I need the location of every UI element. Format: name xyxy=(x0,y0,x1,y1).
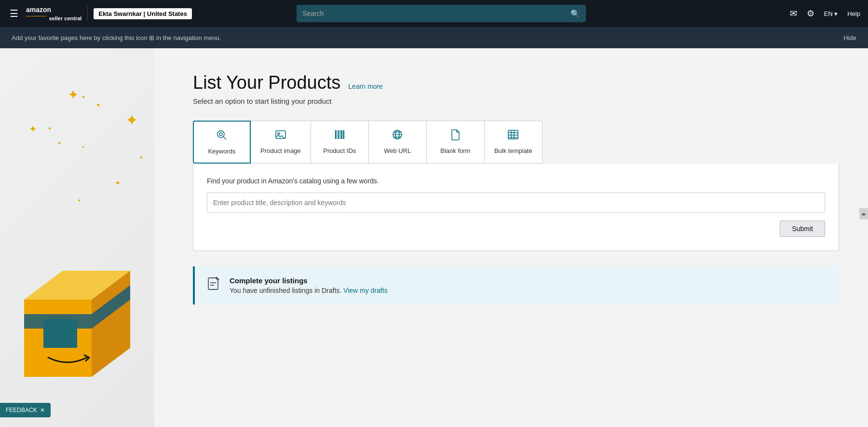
complete-listings-title: Complete your listings xyxy=(230,276,388,285)
tab-bulk-template[interactable]: Bulk template xyxy=(485,121,542,164)
product-ids-label: Product IDs xyxy=(323,147,356,154)
sparkle-icon-3: ● xyxy=(48,125,51,131)
complete-listings-banner: Complete your listings You have unfinish… xyxy=(193,266,839,304)
tab-blank-form[interactable]: Blank form xyxy=(427,121,485,164)
product-ids-icon xyxy=(334,129,345,143)
submit-button[interactable]: Submit xyxy=(780,220,825,237)
svg-rect-9 xyxy=(276,131,285,138)
blank-form-icon xyxy=(449,129,461,143)
draft-edit-icon xyxy=(206,276,222,295)
amazon-box-illustration xyxy=(14,242,140,398)
sparkle-icon-4: ✦ xyxy=(125,111,138,129)
main-content: ✦ ● ● ✦ ● ✦ ● ● ✦ ● ● xyxy=(0,48,868,427)
sparkle-icon-7: ● xyxy=(140,154,143,160)
search-wrapper: 🔍 xyxy=(297,5,586,22)
page-title-row: List Your Products Learn more xyxy=(193,72,839,93)
nav-right-actions: ✉ ⚙ EN ▾ Help xyxy=(790,8,860,19)
tab-product-image[interactable]: Product image xyxy=(251,121,311,164)
web-url-icon xyxy=(392,129,403,143)
help-link[interactable]: Help xyxy=(847,10,860,17)
hamburger-menu[interactable]: ☰ xyxy=(8,6,20,21)
bulk-template-icon xyxy=(507,129,519,143)
keywords-label: Keywords xyxy=(208,148,235,155)
complete-listings-text: Complete your listings You have unfinish… xyxy=(230,276,388,294)
web-url-label: Web URL xyxy=(384,147,411,154)
page-title: List Your Products xyxy=(193,72,340,93)
sparkle-icon-11: ● xyxy=(58,140,61,145)
search-input[interactable] xyxy=(297,5,565,22)
sparkle-icon-6: ✦ xyxy=(29,123,37,135)
keywords-icon xyxy=(216,129,228,144)
top-navigation: ☰ amazon ‾‾‾‾‾‾‾‾‾‾ seller central Ekta … xyxy=(0,0,868,27)
sparkle-icon-8: ● xyxy=(116,179,120,186)
tab-keywords[interactable]: Keywords xyxy=(193,121,251,164)
sparkle-icon-10: ● xyxy=(82,94,85,99)
view-drafts-link[interactable]: View my drafts xyxy=(343,287,388,294)
hide-banner-button[interactable]: Hide xyxy=(843,34,856,41)
svg-rect-29 xyxy=(208,278,218,289)
sparkle-icon-2: ● xyxy=(96,101,100,108)
svg-point-6 xyxy=(217,131,224,138)
blank-form-label: Blank form xyxy=(440,147,470,154)
page-subtitle: Select an option to start listing your p… xyxy=(193,97,839,105)
mail-icon[interactable]: ✉ xyxy=(790,8,797,19)
keyword-search-panel: Find your product in Amazon's catalog us… xyxy=(193,164,839,251)
seller-name[interactable]: Ekta Swarnkar | United States xyxy=(94,8,192,19)
amazon-logo: amazon ‾‾‾‾‾‾‾‾‾‾ seller central xyxy=(26,5,81,22)
scrollbar-toggle[interactable]: ◂▸ xyxy=(859,208,868,219)
right-content: List Your Products Learn more Select an … xyxy=(154,48,868,427)
product-image-label: Product image xyxy=(260,147,301,154)
feedback-label: FEEDBACK xyxy=(6,407,37,413)
svg-point-8 xyxy=(219,133,222,136)
favorites-banner: Add your favorite pages here by clicking… xyxy=(0,27,868,48)
svg-point-10 xyxy=(278,133,280,135)
svg-marker-5 xyxy=(43,319,77,348)
search-panel-description: Find your product in Amazon's catalog us… xyxy=(207,177,825,185)
keyword-search-input[interactable] xyxy=(207,193,825,213)
sparkle-icon-1: ✦ xyxy=(68,87,79,103)
feedback-close-icon[interactable]: ✕ xyxy=(40,407,45,413)
search-button[interactable]: 🔍 xyxy=(565,5,586,22)
learn-more-link[interactable]: Learn more xyxy=(348,83,383,90)
svg-line-7 xyxy=(223,137,226,139)
tab-product-ids[interactable]: Product IDs xyxy=(311,121,369,164)
language-selector[interactable]: EN ▾ xyxy=(824,10,838,17)
left-illustration: ✦ ● ● ✦ ● ✦ ● ● ✦ ● ● xyxy=(0,48,154,427)
search-btn-row: Submit xyxy=(207,220,825,237)
sparkle-icon-9: ✦ xyxy=(77,198,81,203)
feedback-button[interactable]: FEEDBACK ✕ xyxy=(0,403,51,417)
search-icon: 🔍 xyxy=(570,10,580,18)
logo-text: amazon ‾‾‾‾‾‾‾‾‾‾ seller central xyxy=(26,5,81,22)
sparkle-icon-5: ● xyxy=(82,145,84,149)
bulk-template-label: Bulk template xyxy=(494,147,532,154)
nav-divider xyxy=(87,6,88,21)
tab-web-url[interactable]: Web URL xyxy=(369,121,427,164)
listing-option-tabs: Keywords Product image xyxy=(193,121,839,164)
banner-message: Add your favorite pages here by clicking… xyxy=(12,34,221,41)
gear-icon[interactable]: ⚙ xyxy=(807,8,814,19)
product-image-icon xyxy=(275,129,286,143)
complete-listings-description: You have unfinished listings in Drafts. … xyxy=(230,287,388,294)
